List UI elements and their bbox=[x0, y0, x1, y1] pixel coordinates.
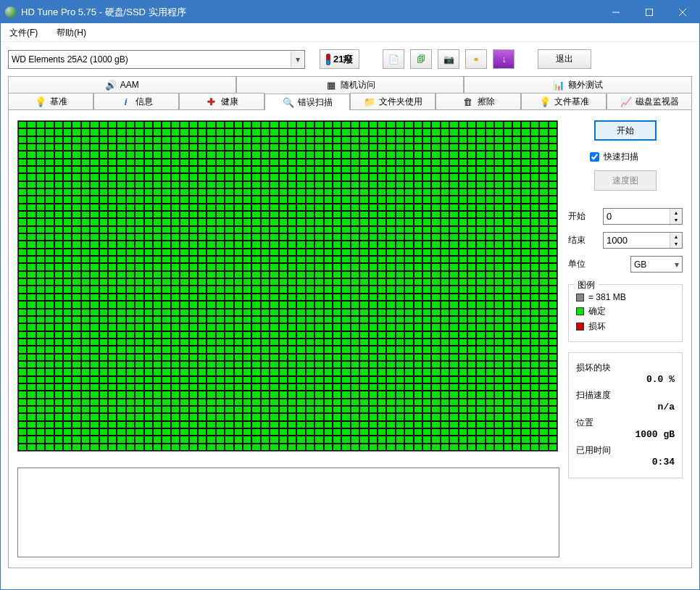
legend-block-icon bbox=[576, 294, 584, 302]
screenshot-button[interactable]: 📷 bbox=[438, 49, 459, 69]
end-spinbox[interactable]: ▲▼ bbox=[603, 232, 683, 249]
results-list[interactable] bbox=[17, 468, 559, 557]
random-icon: ▦ bbox=[325, 79, 337, 91]
copy-text-icon: 📄 bbox=[388, 54, 399, 65]
copy-info-button[interactable]: 📄 bbox=[383, 49, 404, 69]
tab-label: 健康 bbox=[221, 96, 238, 108]
legend-block-size: = 381 MB bbox=[588, 292, 626, 302]
temperature-indicator[interactable]: 21癈 bbox=[320, 49, 359, 69]
maximize-button[interactable] bbox=[633, 1, 666, 23]
stats-group: 损坏的块 0.0 % 扫描速度 n/a 位置 1000 gB 已用时间 0:34 bbox=[568, 352, 683, 478]
legend-bad-icon bbox=[576, 323, 584, 331]
legend-bad-label: 损坏 bbox=[588, 320, 606, 333]
tabs-row-1: 🔊 AAM ▦ 随机访问 📊 额外测试 bbox=[8, 76, 692, 93]
drive-dropdown[interactable]: WD Elements 25A2 (1000 gB) ▾ bbox=[8, 50, 305, 69]
chevron-down-icon: ▾ bbox=[675, 259, 679, 270]
tab-file-benchmark[interactable]: 💡 文件基准 bbox=[521, 93, 607, 109]
bad-blocks-label: 损坏的块 bbox=[576, 362, 675, 374]
window-title: HD Tune Pro 5.75 - 硬盘/SSD 实用程序 bbox=[21, 6, 599, 19]
menubar: 文件(F) 帮助(H) bbox=[1, 23, 699, 41]
unit-label: 单位 bbox=[568, 258, 597, 270]
tab-label: 磁盘监视器 bbox=[636, 96, 679, 108]
tab-benchmark[interactable]: 💡 基准 bbox=[8, 93, 93, 109]
monitor-icon: 📈 bbox=[620, 96, 632, 107]
extra-icon: 📊 bbox=[553, 79, 564, 91]
titlebar: HD Tune Pro 5.75 - 硬盘/SSD 实用程序 bbox=[1, 1, 699, 23]
tab-erase[interactable]: 🗑 擦除 bbox=[436, 93, 521, 109]
link-icon: ⚭ bbox=[472, 54, 480, 65]
tab-disk-monitor[interactable]: 📈 磁盘监视器 bbox=[607, 93, 692, 109]
magnifier-icon: 🔍 bbox=[283, 96, 294, 108]
menu-file[interactable]: 文件(F) bbox=[7, 25, 41, 41]
tab-label: AAM bbox=[120, 80, 139, 90]
position-value: 1000 gB bbox=[576, 429, 675, 440]
camera-icon: 📷 bbox=[443, 54, 454, 65]
toolbar: WD Elements 25A2 (1000 gB) ▾ 21癈 📄 🗐 📷 ⚭… bbox=[1, 41, 699, 76]
legend-ok-icon bbox=[576, 307, 584, 315]
elapsed-label: 已用时间 bbox=[576, 444, 675, 457]
tabs-row-2: 💡 基准 i 信息 ✚ 健康 🔍 错误扫描 📁 文件夹使用 🗑 擦除 💡 文件基… bbox=[8, 93, 692, 109]
tab-random-access[interactable]: ▦ 随机访问 bbox=[236, 76, 464, 93]
tab-folder-usage[interactable]: 📁 文件夹使用 bbox=[350, 93, 436, 109]
tab-label: 文件基准 bbox=[554, 96, 589, 108]
tabs-container: 🔊 AAM ▦ 随机访问 📊 额外测试 💡 基准 i 信息 ✚ 健康 🔍 错误扫… bbox=[8, 76, 692, 568]
info-icon: i bbox=[120, 96, 132, 107]
tab-health[interactable]: ✚ 健康 bbox=[179, 93, 264, 109]
tab-error-scan[interactable]: 🔍 错误扫描 bbox=[264, 94, 350, 110]
spin-up[interactable]: ▲ bbox=[670, 233, 682, 241]
tab-info[interactable]: i 信息 bbox=[93, 93, 179, 109]
left-pane bbox=[17, 120, 559, 557]
unit-select[interactable]: GB ▾ bbox=[630, 256, 683, 273]
copy-image-icon: 🗐 bbox=[417, 54, 425, 65]
file-bench-icon: 💡 bbox=[539, 96, 551, 107]
bad-blocks-value: 0.0 % bbox=[576, 374, 675, 385]
folder-icon: 📁 bbox=[364, 96, 375, 107]
drive-selected-text: WD Elements 25A2 (1000 gB) bbox=[12, 54, 128, 65]
exit-button[interactable]: 退出 bbox=[538, 49, 591, 69]
tab-label: 随机访问 bbox=[341, 79, 375, 91]
options-button[interactable]: ⚭ bbox=[465, 49, 487, 69]
right-pane: 开始 快速扫描 速度图 开始 ▲▼ 结束 bbox=[568, 120, 683, 557]
tab-label: 擦除 bbox=[478, 96, 495, 108]
end-label: 结束 bbox=[568, 234, 597, 246]
spin-up[interactable]: ▲ bbox=[670, 209, 682, 217]
tab-aam[interactable]: 🔊 AAM bbox=[8, 76, 236, 93]
save-button[interactable]: ↓ bbox=[493, 49, 514, 69]
tab-label: 基准 bbox=[50, 96, 67, 108]
legend-title: 图例 bbox=[575, 279, 598, 291]
scan-speed-label: 扫描速度 bbox=[576, 389, 675, 402]
legend-group: 图例 = 381 MB 确定 损坏 bbox=[568, 284, 683, 342]
tab-label: 额外测试 bbox=[568, 79, 603, 91]
elapsed-value: 0:34 bbox=[576, 457, 675, 468]
copy-screenshot-button[interactable]: 🗐 bbox=[410, 49, 432, 69]
start-input[interactable] bbox=[604, 209, 670, 224]
close-button[interactable] bbox=[666, 1, 699, 23]
app-icon bbox=[5, 7, 17, 18]
trash-icon: 🗑 bbox=[462, 96, 474, 107]
thermometer-icon bbox=[326, 54, 330, 65]
end-input[interactable] bbox=[604, 233, 670, 248]
tab-extra-tests[interactable]: 📊 额外测试 bbox=[464, 76, 692, 93]
window-buttons bbox=[599, 1, 699, 23]
quick-scan-label: 快速扫描 bbox=[604, 151, 638, 163]
minimize-button[interactable] bbox=[599, 1, 633, 23]
start-label: 开始 bbox=[568, 210, 597, 223]
download-icon: ↓ bbox=[501, 54, 506, 65]
svg-rect-1 bbox=[646, 9, 653, 15]
tab-label: 错误扫描 bbox=[298, 96, 333, 109]
start-scan-button[interactable]: 开始 bbox=[594, 120, 657, 141]
menu-help[interactable]: 帮助(H) bbox=[54, 25, 89, 41]
start-spinbox[interactable]: ▲▼ bbox=[603, 208, 683, 225]
unit-value: GB bbox=[634, 259, 646, 270]
chevron-down-icon: ▾ bbox=[291, 51, 304, 67]
legend-ok-label: 确定 bbox=[588, 305, 606, 317]
bulb-icon: 💡 bbox=[35, 96, 46, 107]
speed-map-button: 速度图 bbox=[594, 170, 657, 191]
spin-down[interactable]: ▼ bbox=[670, 217, 682, 225]
health-icon: ✚ bbox=[206, 96, 217, 107]
error-scan-panel: 开始 快速扫描 速度图 开始 ▲▼ 结束 bbox=[8, 109, 692, 568]
spin-down[interactable]: ▼ bbox=[670, 241, 682, 249]
block-grid bbox=[17, 120, 558, 452]
quick-scan-checkbox[interactable] bbox=[590, 152, 599, 162]
temperature-value: 21癈 bbox=[333, 53, 353, 66]
